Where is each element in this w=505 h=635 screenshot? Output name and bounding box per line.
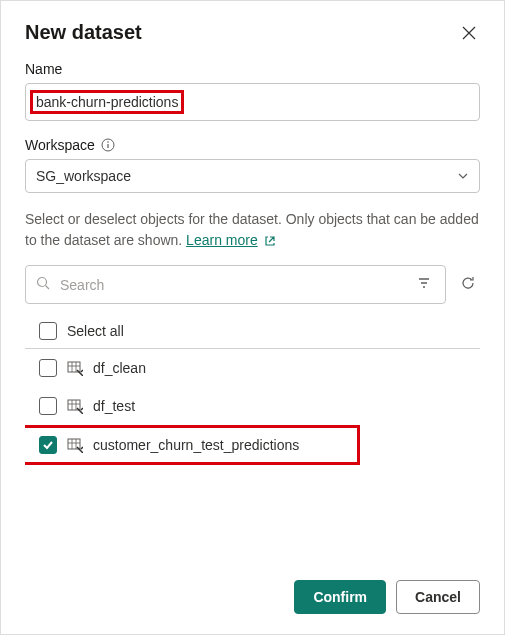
refresh-button[interactable] — [456, 271, 480, 298]
select-all-label: Select all — [67, 323, 124, 339]
table-icon — [67, 398, 83, 414]
table-icon — [67, 437, 83, 453]
item-checkbox[interactable] — [39, 436, 57, 454]
info-icon[interactable] — [101, 138, 115, 152]
dialog-header: New dataset — [25, 21, 480, 47]
svg-rect-2 — [107, 144, 108, 148]
dialog-title: New dataset — [25, 21, 142, 44]
cancel-button[interactable]: Cancel — [396, 580, 480, 614]
search-row — [25, 265, 480, 304]
search-icon — [36, 276, 50, 294]
refresh-icon — [460, 275, 476, 291]
object-list: Select all df_clean df_test customer_chu… — [25, 314, 480, 568]
filter-button[interactable] — [413, 272, 435, 297]
item-checkbox[interactable] — [39, 359, 57, 377]
list-item: df_clean — [25, 349, 480, 387]
item-checkbox[interactable] — [39, 397, 57, 415]
item-label: customer_churn_test_predictions — [93, 437, 299, 453]
workspace-field-group: Workspace SG_workspace — [25, 137, 480, 193]
close-button[interactable] — [458, 21, 480, 47]
name-input-value: bank-churn-predictions — [30, 90, 184, 114]
search-input[interactable] — [58, 276, 405, 294]
search-box[interactable] — [25, 265, 446, 304]
check-icon — [42, 439, 54, 451]
dialog-footer: Confirm Cancel — [25, 568, 480, 614]
filter-icon — [417, 276, 431, 290]
table-icon — [67, 360, 83, 376]
select-all-row: Select all — [25, 314, 480, 349]
svg-point-1 — [107, 141, 109, 143]
close-icon — [462, 26, 476, 40]
workspace-label: Workspace — [25, 137, 480, 153]
external-link-icon — [264, 235, 276, 247]
workspace-label-text: Workspace — [25, 137, 95, 153]
name-field-group: Name bank-churn-predictions — [25, 61, 480, 121]
item-label: df_test — [93, 398, 135, 414]
list-item: customer_churn_test_predictions — [25, 425, 360, 465]
learn-more-link[interactable]: Learn more — [186, 230, 258, 251]
name-input[interactable]: bank-churn-predictions — [25, 83, 480, 121]
workspace-select-value: SG_workspace — [36, 168, 131, 184]
chevron-down-icon — [457, 170, 469, 182]
name-label: Name — [25, 61, 480, 77]
workspace-select[interactable]: SG_workspace — [25, 159, 480, 193]
list-item: df_test — [25, 387, 480, 425]
select-all-checkbox[interactable] — [39, 322, 57, 340]
helper-text: Select or deselect objects for the datas… — [25, 209, 480, 251]
item-label: df_clean — [93, 360, 146, 376]
new-dataset-dialog: New dataset Name bank-churn-predictions … — [0, 0, 505, 635]
confirm-button[interactable]: Confirm — [294, 580, 386, 614]
svg-point-3 — [38, 277, 47, 286]
